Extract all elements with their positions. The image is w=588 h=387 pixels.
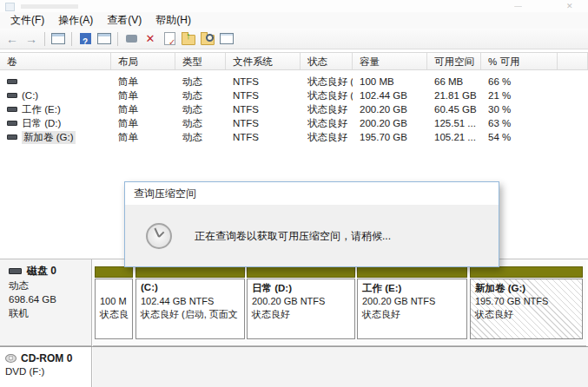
help-icon[interactable] [77,31,93,47]
volume-fs: NTFS [226,132,301,142]
properties-check-icon[interactable] [162,31,177,47]
volume-pct-free: 54 % [481,132,558,142]
folder-up-icon[interactable] [181,31,196,47]
clock-icon [146,223,172,249]
back-icon[interactable]: ← [4,31,20,47]
menu-bar: 文件(F) 操作(A) 查看(V) 帮助(H) [0,12,588,29]
partition-title [100,282,128,295]
table-row[interactable]: (C:) 简单 动态 NTFS 状态良好 (... 102.44 GB 21.8… [0,89,588,102]
partition-d[interactable]: 日常 (D:) 200.20 GB NTFS 状态良好 [247,266,355,339]
partition-c[interactable]: (C:) 102.44 GB NTFS 状态良好 (启动, 页面文 [135,266,245,339]
title-bar: — ✕ [0,0,588,12]
volume-list: 卷 布局 类型 文件系统 状态 容量 可用空间 % 可用 简单 动态 NTFS … [0,52,588,144]
partition-status: 状态良 [100,308,128,321]
volume-icon [7,134,17,140]
partition-color-bar [357,266,467,278]
column-header-pct-free[interactable]: % 可用 [481,53,558,69]
toolbar-separator [117,32,118,46]
partition-e[interactable]: 工作 (E:) 200.20 GB NTFS 状态良好 [357,266,467,339]
volume-free: 66 MB [427,76,481,87]
volume-name: (C:) [22,90,38,101]
volume-free: 60.45 GB [427,104,481,115]
partition-system[interactable]: 100 M 状态良 [95,266,133,339]
volume-free: 125.51 ... [427,118,481,128]
toolbar: ← → [0,29,588,49]
toolbar-separator [44,32,45,46]
disk-0-label[interactable]: 磁盘 0 动态 698.64 GB 联机 [0,259,92,346]
partition-size: 200.20 GB NTFS [252,295,350,308]
column-header-volume[interactable]: 卷 [0,53,111,69]
volume-capacity: 200.20 GB [353,118,427,128]
volume-fs: NTFS [226,90,301,101]
action-popup-icon[interactable] [123,31,139,47]
volume-pct-free: 21 % [481,90,558,101]
window-title [21,4,78,9]
cdrom-0-graph [93,347,588,387]
dialog-message: 正在查询卷以获取可用压缩空间，请稍候... [195,229,391,244]
close-button[interactable]: ✕ [566,0,573,12]
menu-view[interactable]: 查看(V) [100,13,149,28]
volume-fs: NTFS [226,104,301,115]
disk-icon [9,268,22,274]
column-header-free[interactable]: 可用空间 [427,53,481,69]
volume-capacity: 100 MB [353,76,427,87]
table-row[interactable]: 日常 (D:) 简单 动态 NTFS 状态良好 200.20 GB 125.51… [0,116,588,130]
partition-color-bar [470,266,583,278]
volume-layout: 简单 [111,75,175,89]
disk-0-row: 磁盘 0 动态 698.64 GB 联机 100 M 状态良 [0,259,588,346]
volume-fs: NTFS [226,76,301,87]
table-row[interactable]: 工作 (E:) 简单 动态 NTFS 状态良好 200.20 GB 60.45 … [0,102,588,116]
volume-pct-free: 63 % [481,118,558,128]
cdrom-drive: DVD (F:) [5,366,91,377]
disk-size: 698.64 GB [9,292,91,306]
disk-name: 磁盘 0 [27,264,56,279]
volume-icon [7,107,17,112]
cdrom-0-label[interactable]: CD-ROM 0 DVD (F:) [0,347,92,387]
shrink-query-dialog: 查询压缩空间 正在查询卷以获取可用压缩空间，请稍候... [124,181,499,267]
folder-search-icon[interactable] [200,31,215,47]
volume-status: 状态良好 [301,103,353,116]
disk-management-window: — ✕ 文件(F) 操作(A) 查看(V) 帮助(H) ← → 卷 布局 类型 … [0,0,588,387]
partition-color-bar [135,266,245,278]
volume-type: 动态 [175,131,226,144]
dialog-title: 查询压缩空间 [125,182,499,205]
window-icon [5,3,15,11]
disk-0-graph: 100 M 状态良 (C:) 102.44 GB NTFS 状态良好 (启动, … [93,259,586,346]
column-header-status[interactable]: 状态 [301,53,353,69]
panel-view-icon[interactable] [219,31,235,47]
volume-pct-free: 30 % [481,104,558,115]
column-header-filesystem[interactable]: 文件系统 [226,53,301,69]
menu-help[interactable]: 帮助(H) [149,13,198,28]
partition-title: 日常 (D:) [252,282,350,295]
partition-status: 状态良好 [362,308,462,321]
volume-capacity: 102.44 GB [353,90,427,101]
partition-title: 新加卷 (G:) [475,282,578,295]
disk-status: 联机 [9,306,91,320]
column-header-layout[interactable]: 布局 [111,53,175,69]
delete-volume-icon[interactable] [142,31,158,47]
table-row[interactable]: 新加卷 (G:) 简单 动态 NTFS 状态良好 195.70 GB 105.2… [0,130,588,144]
volume-free: 21.81 GB [427,90,481,101]
disk-kind: 动态 [9,279,91,292]
column-header-capacity[interactable]: 容量 [353,53,427,69]
console-graph-icon[interactable] [96,31,112,47]
volume-capacity: 200.20 GB [353,104,427,115]
toolbar-separator [71,32,72,46]
volume-status: 状态良好 (... [301,75,353,89]
partition-color-bar [95,266,133,278]
partition-g-selected[interactable]: 新加卷 (G:) 195.70 GB NTFS 状态良好 [470,266,583,339]
column-header-type[interactable]: 类型 [175,53,226,69]
volume-type: 动态 [175,117,226,130]
menu-action[interactable]: 操作(A) [51,13,100,28]
minimize-button[interactable]: — [514,0,522,12]
volume-layout: 简单 [111,117,175,130]
console-list-icon[interactable] [50,31,66,47]
forward-icon[interactable]: → [23,31,39,47]
cdrom-name: CD-ROM 0 [21,352,72,364]
partition-size: 195.70 GB NTFS [475,295,578,308]
partition-title: (C:) [141,282,240,295]
table-row[interactable]: 简单 动态 NTFS 状态良好 (... 100 MB 66 MB 66 % [0,75,588,89]
menu-file[interactable]: 文件(F) [3,13,51,28]
partition-title: 工作 (E:) [362,282,462,295]
volume-pct-free: 66 % [481,76,558,87]
